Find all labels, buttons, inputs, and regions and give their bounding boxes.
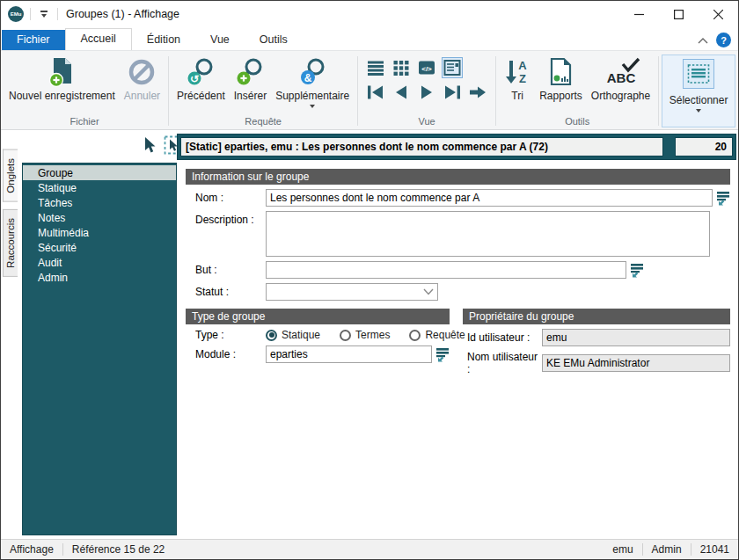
last-record-button[interactable] bbox=[442, 82, 463, 103]
radio-statique[interactable]: Statique bbox=[266, 329, 320, 341]
lookup-list-icon[interactable] bbox=[716, 191, 730, 206]
radio-statique-label: Statique bbox=[282, 329, 320, 341]
status-label: Statut : bbox=[195, 286, 266, 298]
name-label: Nom : bbox=[195, 192, 266, 204]
tab-outils[interactable]: Outils bbox=[245, 30, 303, 50]
sort-button[interactable]: A Z Tri bbox=[500, 53, 535, 102]
svg-text:A: A bbox=[518, 59, 527, 72]
sidebar-item-admin[interactable]: Admin bbox=[23, 270, 176, 285]
status-module: Admin bbox=[643, 543, 691, 556]
sidebar-item-statique[interactable]: Statique bbox=[23, 180, 176, 195]
collapse-ribbon-icon[interactable] bbox=[698, 35, 708, 46]
tab-vue[interactable]: Vue bbox=[195, 30, 245, 50]
goto-record-button[interactable] bbox=[467, 82, 488, 103]
app-window: EMu Groupes (1) - Affichage Fichier Accu… bbox=[0, 0, 739, 560]
new-record-label: Nouvel enregistrement bbox=[9, 91, 115, 102]
select-dropdown-caret bbox=[696, 109, 701, 113]
tab-edition[interactable]: Édition bbox=[132, 30, 195, 50]
select-button[interactable]: Sélectionner bbox=[662, 55, 735, 127]
name-input[interactable] bbox=[266, 189, 713, 207]
help-button[interactable]: ? bbox=[716, 33, 731, 47]
type-section: Type de groupe Type : Statique Termes bbox=[186, 309, 450, 375]
status-select[interactable] bbox=[266, 283, 438, 301]
user-name-field bbox=[542, 354, 730, 372]
maximize-button[interactable] bbox=[659, 1, 699, 27]
status-record-id: 21041 bbox=[691, 543, 738, 556]
radio-termes-label: Termes bbox=[355, 329, 390, 341]
chevron-down-icon bbox=[423, 288, 434, 295]
sidebar-item-notes[interactable]: Notes bbox=[23, 210, 176, 225]
status-user: emu bbox=[604, 543, 641, 556]
radio-requete[interactable]: Requête bbox=[409, 329, 465, 341]
first-record-icon bbox=[366, 84, 385, 100]
additional-button[interactable]: & Supplémentaire bbox=[271, 53, 354, 108]
radio-termes-control[interactable] bbox=[340, 330, 351, 341]
spelling-button[interactable]: ABC Orthographe bbox=[587, 53, 655, 102]
radio-termes[interactable]: Termes bbox=[340, 329, 390, 341]
grid-view-button[interactable] bbox=[391, 57, 412, 78]
status-bar: Affichage Référence 15 de 22 emu Admin 2… bbox=[1, 539, 738, 559]
module-label: Module : bbox=[195, 348, 266, 360]
insert-search-icon bbox=[234, 55, 266, 89]
close-button[interactable] bbox=[699, 1, 738, 27]
next-record-button[interactable] bbox=[416, 82, 437, 103]
group-label-requete: Requête bbox=[172, 115, 354, 129]
record-header: [Static] eparties, emu : Les personnes d… bbox=[177, 134, 736, 160]
svg-text:&: & bbox=[304, 72, 312, 84]
cancel-label: Annuler bbox=[124, 91, 160, 102]
detail-view-button[interactable] bbox=[442, 57, 463, 78]
section-header-type: Type de groupe bbox=[186, 309, 450, 324]
radio-requete-label: Requête bbox=[425, 329, 465, 341]
select-label: Sélectionner bbox=[669, 94, 728, 106]
ribbon-separator bbox=[658, 56, 659, 126]
sort-label: Tri bbox=[511, 91, 523, 102]
section-header-info: Information sur le groupe bbox=[186, 169, 730, 185]
first-record-button[interactable] bbox=[365, 82, 386, 103]
owner-section: Propriétaire du groupe Id utilisateur : … bbox=[463, 309, 730, 375]
section-header-owner: Propriétaire du groupe bbox=[463, 309, 730, 324]
lookup-list-icon[interactable] bbox=[630, 263, 644, 278]
radio-statique-control[interactable] bbox=[266, 330, 277, 341]
new-record-icon bbox=[48, 55, 76, 89]
description-input[interactable] bbox=[266, 211, 710, 257]
sidebar-item-securite[interactable]: Sécurité bbox=[23, 240, 176, 255]
ribbon-tab-row: Fichier Accueil Édition Vue Outils ? bbox=[1, 27, 738, 51]
app-logo-text: EMu bbox=[11, 11, 22, 17]
side-tab-raccourcis[interactable]: Raccourcis bbox=[3, 209, 18, 277]
status-reference: Référence 15 de 22 bbox=[63, 543, 173, 556]
radio-requete-control[interactable] bbox=[409, 330, 421, 341]
tab-accueil[interactable]: Accueil bbox=[65, 28, 132, 50]
sidebar-item-audit[interactable]: Audit bbox=[23, 255, 176, 270]
window-controls bbox=[619, 1, 738, 27]
sidebar-item-multimedia[interactable]: Multimédia bbox=[23, 225, 176, 240]
purpose-input[interactable] bbox=[266, 261, 626, 279]
tab-fichier[interactable]: Fichier bbox=[2, 30, 65, 50]
ribbon-group-fichier: Nouvel enregistrement Annuler Fichier bbox=[1, 53, 168, 129]
quick-access-dropdown-icon[interactable] bbox=[37, 7, 51, 21]
sidebar-item-groupe[interactable]: Groupe bbox=[23, 165, 176, 180]
grid-view-icon bbox=[392, 59, 410, 76]
reports-label: Rapports bbox=[539, 91, 582, 102]
minimize-button[interactable] bbox=[619, 1, 659, 27]
cancel-button: Annuler bbox=[120, 53, 165, 102]
list-view-button[interactable] bbox=[365, 57, 386, 78]
list-view-icon bbox=[367, 59, 384, 76]
goto-record-icon bbox=[468, 84, 487, 100]
cancel-icon bbox=[128, 55, 156, 89]
new-record-button[interactable]: Nouvel enregistrement bbox=[4, 53, 120, 102]
sidebar-item-taches[interactable]: Tâches bbox=[23, 195, 176, 210]
code-view-button[interactable]: </> bbox=[416, 57, 437, 78]
titlebar: EMu Groupes (1) - Affichage bbox=[1, 1, 738, 27]
svg-text:</>: </> bbox=[421, 65, 432, 73]
previous-label: Précédent bbox=[177, 91, 225, 102]
previous-button[interactable]: ↺ Précédent bbox=[172, 53, 230, 102]
module-input[interactable] bbox=[266, 345, 432, 363]
previous-record-button[interactable] bbox=[391, 82, 412, 103]
side-tab-onglets[interactable]: Onglets bbox=[3, 149, 18, 202]
select-cursor-icon[interactable] bbox=[142, 136, 157, 154]
lookup-list-icon[interactable] bbox=[435, 347, 450, 362]
status-view-mode: Affichage bbox=[1, 543, 62, 556]
insert-button[interactable]: Insérer bbox=[230, 53, 271, 102]
previous-search-icon: ↺ bbox=[185, 55, 216, 89]
reports-button[interactable]: Rapports bbox=[535, 53, 587, 102]
